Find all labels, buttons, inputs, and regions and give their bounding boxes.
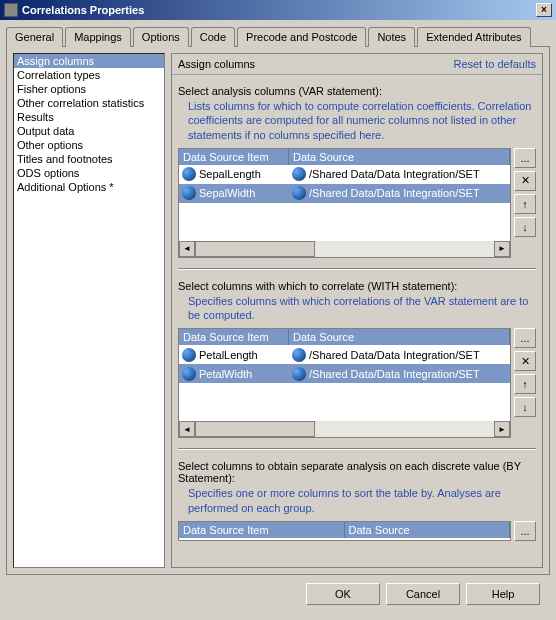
tabstrip: General Mappings Options Code Precode an… bbox=[6, 26, 550, 47]
options-panel: Assign columns Correlation types Fisher … bbox=[6, 47, 550, 575]
category-item[interactable]: Additional Options * bbox=[14, 180, 164, 194]
category-item[interactable]: Results bbox=[14, 110, 164, 124]
table-row[interactable]: SepalWidth /Shared Data/Data Integration… bbox=[179, 184, 510, 203]
globe-icon bbox=[182, 186, 196, 200]
group-label-with: Select columns with which to correlate (… bbox=[178, 280, 536, 292]
col-header[interactable]: Data Source bbox=[289, 329, 510, 345]
move-up-button[interactable]: ↑ bbox=[514, 374, 536, 394]
tab-notes[interactable]: Notes bbox=[368, 27, 415, 47]
with-table[interactable]: Data Source Item Data Source PetalLength… bbox=[178, 328, 511, 438]
delete-button[interactable]: ✕ bbox=[514, 351, 536, 371]
category-item[interactable]: Other correlation statistics bbox=[14, 96, 164, 110]
cell-item: SepalWidth bbox=[199, 187, 255, 199]
globe-icon bbox=[182, 167, 196, 181]
category-item[interactable]: Assign columns bbox=[14, 54, 164, 68]
category-item[interactable]: Other options bbox=[14, 138, 164, 152]
section-title: Assign columns bbox=[178, 58, 453, 70]
category-item[interactable]: Fisher options bbox=[14, 82, 164, 96]
window-title: Correlations Properties bbox=[22, 4, 536, 16]
browse-button[interactable]: ... bbox=[514, 521, 536, 541]
group-label-by: Select columns to obtain separate analys… bbox=[178, 460, 536, 484]
cell-item: PetalWidth bbox=[199, 368, 252, 380]
reset-link[interactable]: Reset to defaults bbox=[453, 58, 536, 70]
cell-source: /Shared Data/Data Integration/SET bbox=[309, 168, 480, 180]
table-row[interactable]: SepalLength /Shared Data/Data Integratio… bbox=[179, 165, 510, 184]
globe-icon bbox=[182, 348, 196, 362]
scroll-right-icon[interactable]: ► bbox=[494, 241, 510, 257]
tab-precode-postcode[interactable]: Precode and Postcode bbox=[237, 27, 366, 47]
close-button[interactable]: × bbox=[536, 3, 552, 17]
delete-button[interactable]: ✕ bbox=[514, 171, 536, 191]
detail-scroll[interactable]: Select analysis columns (VAR statement):… bbox=[172, 75, 542, 567]
group-help-with: Specifies columns with which correlation… bbox=[188, 294, 532, 323]
group-label-var: Select analysis columns (VAR statement): bbox=[178, 85, 536, 97]
category-item[interactable]: Titles and footnotes bbox=[14, 152, 164, 166]
detail-area: Assign columns Reset to defaults Select … bbox=[171, 53, 543, 568]
divider bbox=[178, 448, 536, 450]
globe-icon bbox=[182, 367, 196, 381]
cell-source: /Shared Data/Data Integration/SET bbox=[309, 187, 480, 199]
cell-item: SepalLength bbox=[199, 168, 261, 180]
divider bbox=[178, 268, 536, 270]
browse-button[interactable]: ... bbox=[514, 148, 536, 168]
h-scrollbar[interactable]: ◄ ► bbox=[179, 241, 510, 257]
tab-code[interactable]: Code bbox=[191, 27, 235, 47]
category-item[interactable]: Output data bbox=[14, 124, 164, 138]
dialog-buttons: OK Cancel Help bbox=[6, 575, 550, 613]
table-row[interactable]: PetalLength /Shared Data/Data Integratio… bbox=[179, 345, 510, 364]
group-help-by: Specifies one or more columns to sort th… bbox=[188, 486, 532, 515]
section-header: Assign columns Reset to defaults bbox=[172, 54, 542, 75]
cell-item: PetalLength bbox=[199, 349, 258, 361]
var-table[interactable]: Data Source Item Data Source SepalLength… bbox=[178, 148, 511, 258]
col-header[interactable]: Data Source Item bbox=[179, 149, 289, 165]
tab-mappings[interactable]: Mappings bbox=[65, 27, 131, 47]
move-down-button[interactable]: ↓ bbox=[514, 397, 536, 417]
scroll-left-icon[interactable]: ◄ bbox=[179, 241, 195, 257]
move-down-button[interactable]: ↓ bbox=[514, 217, 536, 237]
scroll-thumb[interactable] bbox=[195, 421, 315, 437]
globe-icon bbox=[292, 367, 306, 381]
col-header[interactable]: Data Source Item bbox=[179, 329, 289, 345]
app-icon bbox=[4, 3, 18, 17]
scroll-right-icon[interactable]: ► bbox=[494, 421, 510, 437]
globe-icon bbox=[292, 167, 306, 181]
category-item[interactable]: ODS options bbox=[14, 166, 164, 180]
scroll-thumb[interactable] bbox=[195, 241, 315, 257]
titlebar: Correlations Properties × bbox=[0, 0, 556, 20]
move-up-button[interactable]: ↑ bbox=[514, 194, 536, 214]
cancel-button[interactable]: Cancel bbox=[386, 583, 460, 605]
col-header[interactable]: Data Source Item bbox=[179, 522, 345, 538]
cell-source: /Shared Data/Data Integration/SET bbox=[309, 368, 480, 380]
help-button[interactable]: Help bbox=[466, 583, 540, 605]
cell-source: /Shared Data/Data Integration/SET bbox=[309, 349, 480, 361]
ok-button[interactable]: OK bbox=[306, 583, 380, 605]
col-header[interactable]: Data Source bbox=[289, 149, 510, 165]
scroll-left-icon[interactable]: ◄ bbox=[179, 421, 195, 437]
globe-icon bbox=[292, 186, 306, 200]
globe-icon bbox=[292, 348, 306, 362]
h-scrollbar[interactable]: ◄ ► bbox=[179, 421, 510, 437]
table-row[interactable]: PetalWidth /Shared Data/Data Integration… bbox=[179, 364, 510, 383]
tab-extended-attributes[interactable]: Extended Attributes bbox=[417, 27, 530, 47]
tab-general[interactable]: General bbox=[6, 27, 63, 47]
col-header[interactable]: Data Source bbox=[345, 522, 511, 538]
by-table[interactable]: Data Source Item Data Source bbox=[178, 521, 511, 541]
tab-options[interactable]: Options bbox=[133, 27, 189, 47]
category-item[interactable]: Correlation types bbox=[14, 68, 164, 82]
browse-button[interactable]: ... bbox=[514, 328, 536, 348]
category-list[interactable]: Assign columns Correlation types Fisher … bbox=[13, 53, 165, 568]
group-help-var: Lists columns for which to compute corre… bbox=[188, 99, 532, 142]
